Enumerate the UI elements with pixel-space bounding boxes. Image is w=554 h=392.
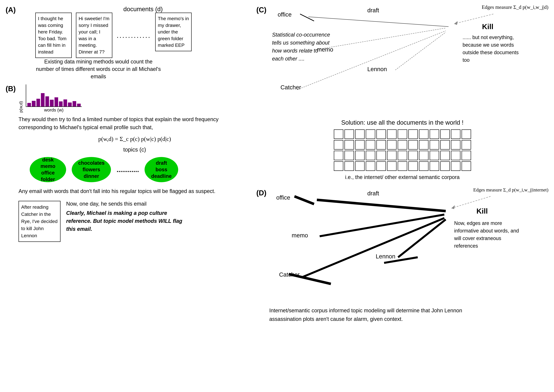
- section-a: (A) documents (d) I thought he was comin…: [6, 6, 251, 80]
- svg-line-2: [309, 17, 449, 27]
- gc47: [408, 161, 418, 171]
- section-d: (D) Edges measure Σ_d p(w_i,w_j|internet…: [256, 189, 548, 323]
- statistical-text: Statistical co-occurrence tells us somet…: [272, 31, 331, 63]
- svg-line-7: [451, 196, 491, 208]
- gc6: [387, 129, 397, 139]
- svg-line-6: [300, 14, 314, 21]
- gc1: [334, 129, 343, 139]
- doc-box-1: I thought he was coming here Friday. Too…: [35, 13, 72, 58]
- node-draft-c: draft: [367, 7, 379, 14]
- equation: p(w,d) = Σ_c p(c) p(w|c) p(d|c): [19, 136, 251, 142]
- node-draft-d: draft: [367, 190, 379, 197]
- section-d-label: (D): [256, 189, 266, 197]
- suspect-section: After reading Catcher in the Rye, I've d…: [19, 201, 251, 242]
- bar-4: [41, 93, 45, 106]
- gc20: [398, 140, 407, 150]
- gc33: [398, 151, 407, 160]
- svg-marker-8: [451, 205, 455, 209]
- topic-ellipse-1: desk memo office folder: [30, 157, 66, 182]
- node-kill-d: Kill: [477, 207, 488, 215]
- topic-ellipse-3: draft boss deadline: [145, 157, 178, 182]
- gc35: [419, 151, 428, 160]
- section-b: (B) p(w,d): [6, 84, 251, 242]
- gc7: [398, 129, 407, 139]
- suspect-email-box: After reading Catcher in the Rye, I've d…: [19, 201, 61, 242]
- section-b-label: (B): [6, 84, 16, 93]
- gc9: [419, 129, 428, 139]
- gc31: [376, 151, 386, 160]
- gc42: [355, 161, 365, 171]
- gc32: [387, 151, 397, 160]
- bar-3: [36, 99, 40, 106]
- gc17: [366, 140, 375, 150]
- node-catcher-d: Catcher: [279, 271, 300, 278]
- gc50: [440, 161, 450, 171]
- gc40: [334, 161, 343, 171]
- section-c-label: (C): [256, 6, 266, 14]
- gc51: [451, 161, 460, 171]
- section-d-caption: Now, edges are more informative about wo…: [454, 219, 521, 250]
- chart-y-label: p(w,d): [19, 101, 23, 112]
- gc10: [430, 129, 439, 139]
- gc14: [334, 140, 343, 150]
- gc18: [376, 140, 386, 150]
- dots-1: ............: [117, 31, 151, 40]
- node-office-c: office: [278, 11, 292, 18]
- section-c: (C) Edges measure Σ_d p(w_i,w_j|d): [256, 6, 548, 111]
- gc43: [366, 161, 375, 171]
- gc48: [419, 161, 428, 171]
- gc49: [430, 161, 439, 171]
- node-kill-c: Kill: [482, 22, 493, 31]
- gc34: [408, 151, 418, 160]
- gc38: [451, 151, 460, 160]
- gc3: [355, 129, 365, 139]
- gc5: [376, 129, 386, 139]
- bar-chart: [26, 84, 82, 107]
- topics-dots: ............: [117, 166, 139, 174]
- gc26: [462, 140, 471, 150]
- gc23: [430, 140, 439, 150]
- gc8: [408, 129, 418, 139]
- topics-row: desk memo office folder chocolates flowe…: [30, 157, 251, 182]
- bar-5: [45, 96, 49, 106]
- chart-x-label: words (w): [44, 107, 63, 112]
- node-lennon-d: Lennon: [376, 253, 395, 260]
- section-d-final: Internet/semantic corpus informed topic …: [269, 306, 493, 323]
- documents-row: I thought he was coming here Friday. Too…: [35, 13, 251, 58]
- section-d-graph: office draft Kill memo Lennon Catcher No…: [269, 189, 521, 303]
- gc15: [344, 140, 354, 150]
- gc39: [462, 151, 471, 160]
- solution-section: Solution: use all the documents in the w…: [256, 119, 548, 180]
- section-d-subtitle: i.e., the internet/ other external seman…: [345, 174, 460, 180]
- gc37: [440, 151, 450, 160]
- gc11: [440, 129, 450, 139]
- suspect-now: Now, one day, he sends this email: [66, 201, 192, 207]
- gc27: [334, 151, 343, 160]
- gc41: [344, 161, 354, 171]
- topics-label: topics (c): [19, 147, 251, 153]
- gc24: [440, 140, 450, 150]
- section-c-graph: office draft Kill memo Lennon Catcher St…: [269, 6, 521, 111]
- svg-marker-1: [454, 21, 458, 25]
- section-a-title: documents (d): [35, 6, 251, 13]
- bar-11: [73, 101, 76, 106]
- svg-line-10: [295, 196, 314, 204]
- gc30: [366, 151, 375, 160]
- node-catcher-c: Catcher: [281, 84, 301, 91]
- suspect-caption: Clearly, Michael is making a pop culture…: [66, 209, 192, 233]
- svg-line-13: [398, 219, 446, 257]
- section-a-label: (A): [6, 6, 16, 14]
- gc22: [419, 140, 428, 150]
- topic-ellipse-2: chocolates flowers dinner: [72, 157, 111, 182]
- bar-7: [55, 97, 58, 106]
- gc25: [451, 140, 460, 150]
- gc46: [398, 161, 407, 171]
- gc2: [344, 129, 354, 139]
- gc52: [462, 161, 471, 171]
- bar-6: [50, 100, 54, 106]
- node-lennon-c: Lennon: [367, 66, 387, 73]
- gc12: [451, 129, 460, 139]
- document-grid: [334, 129, 471, 171]
- gc28: [344, 151, 354, 160]
- svg-line-5: [395, 32, 446, 70]
